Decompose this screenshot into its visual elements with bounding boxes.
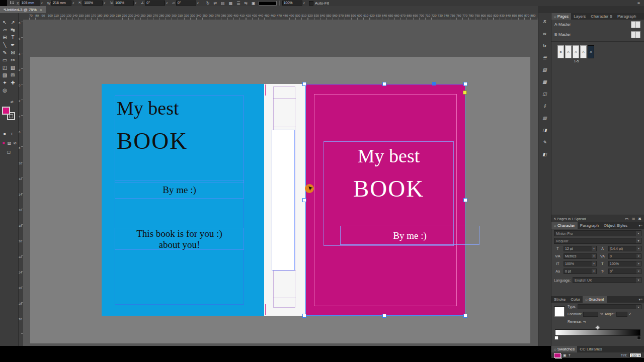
formatting-affects-text-button[interactable]: T <box>9 132 15 137</box>
font-family-dropdown[interactable]: Minion Pro ▾ <box>554 230 641 236</box>
content-grabber-handle[interactable] <box>432 82 436 85</box>
dropdown-arrow-icon[interactable]: ▾ <box>636 254 641 258</box>
selection-handle[interactable] <box>463 82 467 86</box>
gradient-location-field[interactable] <box>583 312 598 317</box>
control-bar-icon[interactable]: ▣ <box>251 1 256 6</box>
scale-percent-dropdown[interactable]: 100% ▴▾ <box>282 1 306 6</box>
stepper-arrows-icon[interactable]: ▴▾ <box>135 2 138 4</box>
note-tool[interactable]: ✉ <box>9 72 17 79</box>
content-collector-tool[interactable]: ⊞ <box>1 34 9 41</box>
swap-fill-stroke-icon[interactable]: ⇄ <box>11 100 14 104</box>
apply-none-button[interactable]: ⊘ <box>12 141 18 146</box>
stroke-color-preview[interactable] <box>259 1 277 6</box>
line-tool[interactable]: ╲ <box>1 42 9 49</box>
tab-object-styles[interactable]: Object Styles <box>601 222 630 229</box>
formatting-affects-container-icon[interactable]: ▣ <box>563 353 567 357</box>
scale-y-field-value[interactable]: 100% <box>114 1 134 6</box>
gradient-feather-tool[interactable]: ▨ <box>1 72 9 79</box>
pages-panel-icon[interactable]: ◫ <box>540 90 549 98</box>
live-corner-widget[interactable] <box>463 90 467 95</box>
delete-page-button[interactable]: ✖ <box>638 217 641 221</box>
width-field[interactable]: W216 mm▴▾ <box>47 1 76 6</box>
page-thumbnail-1[interactable]: B <box>557 45 564 58</box>
dropdown-arrow-icon[interactable]: ▾ <box>636 238 641 243</box>
baseline-shift-field[interactable]: 0 pt▾ <box>564 268 597 274</box>
scale-percent-value[interactable]: 100% <box>282 1 302 6</box>
scale-x-field-value[interactable]: 100% <box>83 1 103 6</box>
tab-layers[interactable]: Layers <box>571 13 588 20</box>
selection-handle[interactable] <box>382 82 386 86</box>
dropdown-arrow-icon[interactable]: ▾ <box>636 269 641 274</box>
zoom-tool[interactable]: ◎ <box>1 87 9 94</box>
pen-tool[interactable]: ✒ <box>9 42 17 49</box>
dropdown-arrow-icon[interactable]: ▾ <box>636 246 641 251</box>
x-position-field[interactable]: X105 mm▴▾ <box>17 1 44 6</box>
leading-field[interactable]: (14.4 pt)▾ <box>608 246 641 251</box>
gradient-preview-swatch[interactable] <box>554 306 565 317</box>
links-panel-icon[interactable]: ∞ <box>540 30 549 38</box>
layers-panel-icon[interactable]: ◨ <box>540 126 549 134</box>
master-row-b-master[interactable]: B-Master <box>551 30 644 40</box>
stepper-arrows-icon[interactable]: ▴▾ <box>104 2 107 4</box>
gradient-swatch-tool[interactable]: ▧ <box>9 64 17 71</box>
dropdown-arrow-icon[interactable]: ▾ <box>636 231 641 236</box>
tab-paragraph[interactable]: Paragraph <box>578 222 601 229</box>
font-size-field[interactable]: 12 pt▾ <box>564 246 597 251</box>
dropdown-arrow-icon[interactable]: ▾ <box>592 254 596 258</box>
export-panel-icon[interactable]: ⇩ <box>540 102 549 110</box>
dropdown-arrow-icon[interactable]: ▾ <box>637 353 641 357</box>
language-dropdown[interactable]: English UK ▾ <box>573 277 641 283</box>
page-thumbnail-3[interactable]: A <box>573 45 579 58</box>
vertical-scale-field[interactable]: 100%▾ <box>564 261 597 266</box>
tab-character-s[interactable]: Character S <box>588 13 615 20</box>
edit-page-size-button[interactable]: ▭ <box>625 217 629 221</box>
auto-fit-checkbox[interactable] <box>309 1 313 6</box>
selection-handle[interactable] <box>302 314 306 318</box>
tab-paragraph[interactable]: Paragraph <box>615 13 638 20</box>
stepper-arrows-icon[interactable]: ▴▾ <box>72 2 75 4</box>
paragraph-styles-panel-icon[interactable]: ▤ <box>540 66 549 74</box>
dropdown-arrow-icon[interactable]: ▾ <box>592 261 596 266</box>
gradient-type-dropdown[interactable]: ▾ <box>578 304 641 309</box>
formatting-affects-container-button[interactable]: ■ <box>2 132 8 137</box>
dropdown-arrow-icon[interactable]: ▾ <box>592 246 596 251</box>
free-transform-tool[interactable]: ◰ <box>1 64 9 71</box>
dropdown-arrow-icon[interactable]: ▾ <box>636 261 641 266</box>
page-tool[interactable]: ▱ <box>1 27 9 34</box>
rectangle-frame-tool[interactable]: ⊠ <box>9 49 17 56</box>
font-style-dropdown[interactable]: Regular ▾ <box>554 238 641 244</box>
gradient-midpoint-marker[interactable] <box>595 325 600 330</box>
close-tab-icon[interactable]: × <box>40 8 42 12</box>
apply-color-button[interactable]: ■ <box>1 141 7 146</box>
annotation-panel-icon[interactable]: ✎ <box>540 138 549 146</box>
dedication-text-frame[interactable]: This book is for you :) about you! <box>115 228 244 250</box>
paragraph-panel-icon[interactable]: ☰ <box>540 54 549 62</box>
gap-tool[interactable]: ↹ <box>9 27 17 34</box>
screen-mode-button[interactable]: ▢ <box>6 150 12 155</box>
fill-swatch-proxy[interactable] <box>554 353 561 358</box>
document-canvas[interactable]: My best BOOK By me :) This book is for y… <box>23 20 538 346</box>
tab-pages[interactable]: ◇Pages <box>551 13 571 20</box>
tab-character[interactable]: ◇Character <box>551 222 578 229</box>
rectangle-tool[interactable]: ▭ <box>1 57 9 64</box>
scale-y-field[interactable]: ⇲100%▴▾ <box>110 1 138 6</box>
stroke-panel-icon[interactable]: S <box>540 18 549 26</box>
new-page-button[interactable]: ⊞ <box>632 217 635 221</box>
selection-handle[interactable] <box>302 82 306 86</box>
control-bar-icon[interactable]: ↻ <box>206 1 210 6</box>
stepper-arrows-icon[interactable]: ▴▾ <box>197 2 200 4</box>
tint-field[interactable]: 100 ▾ <box>629 353 641 357</box>
page-thumbnail-2[interactable]: A <box>565 45 572 58</box>
book-spine-pages[interactable] <box>264 84 305 316</box>
control-bar-icon[interactable]: ⇄ <box>213 1 217 6</box>
type-tool[interactable]: T <box>9 34 17 41</box>
stepper-arrows-icon[interactable]: ▴▾ <box>166 2 169 4</box>
control-bar-icon[interactable]: ⇆ <box>244 1 248 6</box>
table-panel-icon[interactable]: ▦ <box>540 78 549 86</box>
control-bar-icon[interactable]: ▤ <box>220 1 225 6</box>
selection-handle[interactable] <box>382 314 386 318</box>
horizontal-scale-field[interactable]: 100%▾ <box>608 261 641 266</box>
front-cover-page[interactable]: My best BOOK By me :) <box>305 84 465 316</box>
tab-swatches[interactable]: ◇Swatches <box>551 346 577 352</box>
gradient-angle-field[interactable] <box>616 312 627 317</box>
